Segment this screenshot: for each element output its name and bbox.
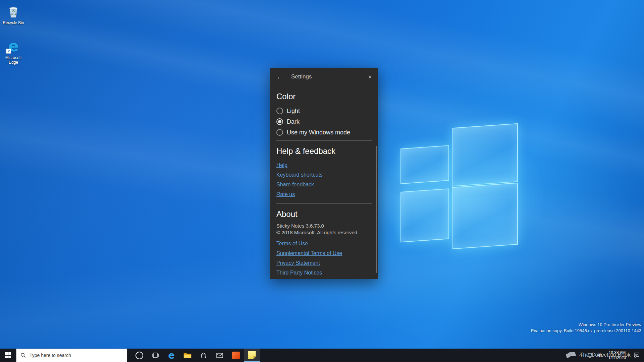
windows-start-icon [5,352,11,358]
windows-logo-pane [452,183,518,249]
link-third-party-notices[interactable]: Third Party Notices [276,270,322,276]
color-option-dark[interactable]: Dark [276,116,372,127]
color-section-heading: Color [276,92,372,102]
copyright-text: © 2018 Microsoft. All rights reserved. [276,229,372,236]
help-links: Help Keyboard shortcuts Share feedback R… [276,160,372,199]
link-supplemental-terms[interactable]: Supplemental Terms of Use [276,250,342,256]
link-terms-of-use[interactable]: Terms of Use [276,241,308,247]
link-help[interactable]: Help [276,162,287,168]
system-tray: 10:38 AM 1/11/2020 [576,349,644,362]
search-input[interactable] [29,352,121,358]
option-label: Use my Windows mode [287,129,350,136]
option-label: Dark [287,118,300,125]
watermark-line2: Evaluation copy. Build 19546.rs_prerelea… [531,328,641,334]
link-rate-us[interactable]: Rate us [276,191,295,197]
app-version: Sticky Notes 3.6.73.0 [276,223,372,229]
store-icon [200,352,207,359]
taskbar-apps: e [131,349,260,362]
action-center-button[interactable] [630,349,643,362]
close-button[interactable]: ✕ [368,74,372,79]
volume-button[interactable] [595,349,604,362]
task-view-button[interactable] [147,349,163,362]
desktop-icon-label: Microsoft Edge [0,55,27,65]
edge-letter: e [8,44,18,48]
sticky-notes-button[interactable] [244,349,260,362]
mail-icon [216,353,223,358]
settings-header: ← Settings ✕ [276,68,372,86]
clock-time: 10:38 AM [609,350,626,355]
color-option-windows-mode[interactable]: Use my Windows mode [276,127,372,138]
desktop-icon-recycle-bin[interactable]: Recycle Bin [0,3,27,25]
about-meta: Sticky Notes 3.6.73.0 © 2018 Microsoft. … [276,223,372,236]
back-button[interactable]: ← [276,73,283,80]
about-links: Terms of Use Supplemental Terms of Use P… [276,239,372,278]
radio-button-icon[interactable] [276,129,283,136]
network-button[interactable] [586,349,595,362]
desktop-icon-microsoft-edge[interactable]: e ↗ Microsoft Edge [0,38,27,65]
color-radio-group: Light Dark Use my Windows mode [276,106,372,138]
color-option-light[interactable]: Light [276,106,372,116]
taskbar: e [0,349,644,362]
section-divider [276,203,372,204]
scrollbar[interactable] [376,146,377,273]
hidden-icons-button[interactable] [576,349,586,362]
windows-logo-pane [400,145,449,184]
edge-taskbar-button[interactable]: e [163,349,179,362]
action-center-icon [634,352,640,358]
option-label: Light [287,108,300,115]
desktop-icon-label: Recycle Bin [3,20,24,25]
recycle-bin-icon [5,3,21,19]
mail-button[interactable] [212,349,228,362]
start-button[interactable] [0,349,16,362]
link-privacy-statement[interactable]: Privacy Statement [276,260,320,266]
task-view-icon [152,352,159,358]
taskbar-search[interactable] [16,349,127,362]
file-explorer-button[interactable] [179,349,196,362]
shortcut-arrow-icon: ↗ [6,49,11,54]
insider-build-watermark: Windows 10 Pro Insider Preview Evaluatio… [531,322,641,334]
chevron-up-icon [579,354,583,357]
windows-logo [400,123,519,254]
microsoft-store-button[interactable] [196,349,212,362]
section-divider [276,140,372,141]
office-icon [232,352,240,359]
windows-logo-pane [452,123,518,187]
link-keyboard-shortcuts[interactable]: Keyboard shortcuts [276,172,323,178]
radio-button-icon[interactable] [276,108,283,114]
cortana-button[interactable] [131,349,147,362]
volume-icon [597,353,602,358]
taskbar-clock[interactable]: 10:38 AM 1/11/2020 [604,349,630,362]
cortana-icon [136,352,143,359]
link-share-feedback[interactable]: Share feedback [276,182,314,188]
office-button[interactable] [228,349,244,362]
sticky-notes-icon [248,351,256,359]
help-section-heading: Help & feedback [276,146,372,156]
edge-icon: e [168,351,175,360]
radio-button-icon[interactable] [276,118,283,125]
search-icon [20,353,26,358]
watermark-line1: Windows 10 Pro Insider Preview [531,322,641,328]
sticky-notes-fold [253,356,256,359]
clock-date: 1/11/2020 [608,355,626,360]
network-icon [588,353,593,358]
sticky-notes-settings-window: ← Settings ✕ Color Light Dark Use my Win… [270,68,378,279]
about-section-heading: About [276,209,372,219]
file-explorer-icon [183,352,192,359]
windows-logo-pane [400,188,449,242]
settings-title: Settings [291,73,312,80]
edge-icon: e ↗ [5,38,21,54]
